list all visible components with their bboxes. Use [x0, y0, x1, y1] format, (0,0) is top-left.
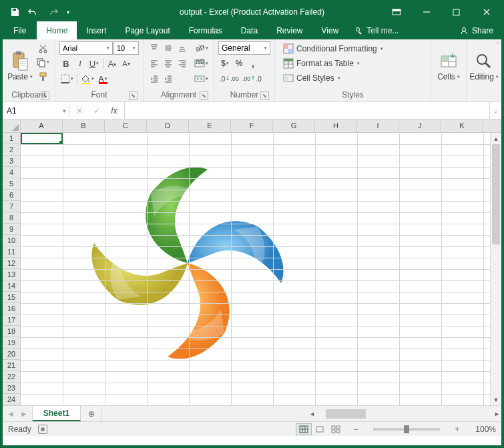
zoom-in-button[interactable]: +	[452, 425, 463, 434]
row-header-3[interactable]: 3	[3, 156, 20, 167]
bold-button[interactable]: B	[59, 57, 73, 70]
macro-record-button[interactable]	[38, 425, 47, 434]
row-header-13[interactable]: 13	[3, 269, 20, 280]
column-header-E[interactable]: E	[189, 120, 231, 132]
maximize-button[interactable]	[441, 3, 471, 21]
close-button[interactable]	[471, 3, 501, 21]
name-box[interactable]: ▾	[3, 102, 69, 119]
zoom-slider[interactable]	[373, 428, 440, 431]
underline-button[interactable]: U▾	[87, 57, 101, 70]
zoom-level[interactable]: 100%	[469, 425, 496, 434]
select-all-button[interactable]	[3, 120, 21, 132]
share-button[interactable]: Share	[451, 21, 501, 39]
clipboard-dialog-launcher[interactable]: ⬊	[41, 91, 49, 100]
tab-insert[interactable]: Insert	[77, 21, 115, 39]
cut-button[interactable]	[35, 41, 51, 55]
tab-view[interactable]: View	[312, 21, 348, 39]
align-left-button[interactable]	[148, 57, 161, 70]
column-header-C[interactable]: C	[105, 120, 147, 132]
align-bottom-button[interactable]	[176, 41, 189, 55]
expand-formula-bar-button[interactable]: ⌄	[489, 102, 501, 119]
tab-data[interactable]: Data	[232, 21, 267, 39]
borders-button[interactable]: ▾	[59, 72, 75, 85]
font-size-input[interactable]	[117, 44, 133, 52]
column-header-G[interactable]: G	[273, 120, 315, 132]
cell-styles-button[interactable]: Cell Styles▾	[279, 71, 387, 85]
column-header-K[interactable]: K	[441, 120, 483, 132]
scroll-up-button[interactable]: ▲	[491, 133, 501, 144]
row-header-20[interactable]: 20	[3, 349, 20, 360]
cancel-formula-button[interactable]: ✕	[71, 104, 87, 118]
orientation-button[interactable]: ab▾	[193, 41, 210, 55]
tab-file[interactable]: File	[3, 21, 37, 39]
insert-function-button[interactable]: fx	[106, 104, 122, 118]
row-header-22[interactable]: 22	[3, 371, 20, 383]
column-header-F[interactable]: F	[231, 120, 273, 132]
row-header-8[interactable]: 8	[3, 212, 20, 224]
row-header-21[interactable]: 21	[3, 360, 20, 371]
cells-grid[interactable]	[21, 133, 490, 405]
copy-button[interactable]: ▾	[35, 55, 51, 69]
percent-format-button[interactable]: %	[232, 57, 246, 70]
column-header-J[interactable]: J	[399, 120, 441, 132]
scroll-right-button[interactable]: ►	[494, 408, 500, 419]
zoom-out-button[interactable]: −	[350, 425, 361, 434]
column-header-A[interactable]: A	[21, 120, 63, 132]
save-button[interactable]	[7, 5, 23, 19]
column-header-I[interactable]: I	[357, 120, 399, 132]
page-layout-view-button[interactable]	[312, 423, 328, 435]
increase-indent-button[interactable]	[162, 72, 175, 85]
decrease-indent-button[interactable]	[148, 72, 161, 85]
tab-review[interactable]: Review	[267, 21, 312, 39]
decrease-font-button[interactable]: A▾	[119, 57, 133, 70]
row-header-9[interactable]: 9	[3, 224, 20, 235]
row-header-17[interactable]: 17	[3, 314, 20, 326]
font-size-combo[interactable]: ▾	[113, 41, 139, 55]
scroll-left-button[interactable]: ◄	[309, 408, 315, 419]
editing-button[interactable]: Editing▾	[471, 41, 497, 90]
format-painter-button[interactable]	[35, 69, 51, 83]
column-header-B[interactable]: B	[63, 120, 105, 132]
row-header-6[interactable]: 6	[3, 190, 20, 201]
font-color-button[interactable]: A▾	[96, 72, 109, 85]
row-header-4[interactable]: 4	[3, 167, 20, 178]
cells-button[interactable]: Cells▾	[435, 41, 462, 90]
font-name-input[interactable]	[63, 44, 107, 52]
align-middle-button[interactable]	[162, 41, 175, 55]
horizontal-scroll-thumb[interactable]	[326, 409, 366, 419]
row-header-5[interactable]: 5	[3, 178, 20, 190]
row-header-15[interactable]: 15	[3, 292, 20, 303]
qat-customize-button[interactable]: ▾	[63, 5, 73, 19]
align-right-button[interactable]	[176, 57, 189, 70]
number-format-combo[interactable]: General▾	[218, 41, 270, 55]
comma-format-button[interactable]: ,	[246, 57, 260, 70]
horizontal-scrollbar[interactable]: ◄ ►	[308, 406, 501, 421]
conditional-formatting-button[interactable]: Conditional Formatting▾	[279, 41, 387, 55]
paste-button[interactable]: Paste▾	[7, 41, 33, 89]
sheet-nav-buttons[interactable]: ◄►	[3, 406, 33, 421]
increase-decimal-button[interactable]: .0.00	[218, 72, 240, 85]
tell-me-search[interactable]: Tell me...	[348, 21, 405, 39]
page-break-view-button[interactable]	[328, 423, 344, 435]
align-top-button[interactable]	[148, 41, 161, 55]
vertical-scrollbar[interactable]: ▲ ▼	[490, 133, 501, 405]
new-sheet-button[interactable]: ⊕	[81, 406, 102, 421]
row-header-23[interactable]: 23	[3, 383, 20, 394]
row-header-11[interactable]: 11	[3, 246, 20, 258]
row-header-10[interactable]: 10	[3, 235, 20, 246]
embedded-image-swirl-logo[interactable]	[87, 163, 288, 363]
format-as-table-button[interactable]: Format as Table▾	[279, 56, 387, 70]
row-header-16[interactable]: 16	[3, 303, 20, 314]
row-header-14[interactable]: 14	[3, 280, 20, 292]
row-header-19[interactable]: 19	[3, 337, 20, 349]
minimize-button[interactable]	[411, 3, 441, 21]
name-box-input[interactable]	[7, 106, 65, 116]
redo-button[interactable]	[46, 5, 62, 19]
enter-formula-button[interactable]: ✓	[89, 104, 105, 118]
row-header-2[interactable]: 2	[3, 144, 20, 156]
row-header-1[interactable]: 1	[3, 133, 20, 144]
normal-view-button[interactable]	[296, 423, 312, 435]
column-header-H[interactable]: H	[315, 120, 357, 132]
fill-color-button[interactable]: ▾	[79, 72, 95, 85]
sheet-tab-sheet1[interactable]: Sheet1	[33, 406, 81, 421]
